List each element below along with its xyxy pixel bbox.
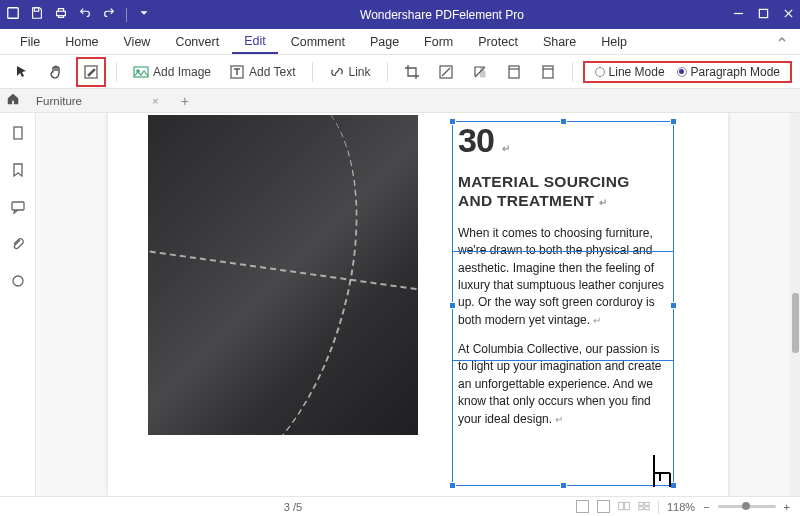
- menu-share[interactable]: Share: [531, 31, 588, 53]
- chair-icon: [648, 453, 676, 492]
- svg-rect-18: [12, 202, 24, 210]
- svg-rect-20: [619, 502, 624, 510]
- search-panel-icon[interactable]: [10, 273, 26, 292]
- bookmarks-icon[interactable]: [10, 162, 26, 181]
- qat-dropdown-icon[interactable]: [137, 6, 151, 23]
- view-single-icon[interactable]: [576, 500, 589, 513]
- add-text-button[interactable]: Add Text: [223, 60, 301, 84]
- view-facing-icon[interactable]: [618, 500, 630, 514]
- page-canvas[interactable]: 30 ↵ MATERIAL SOURCING AND TREATMENT ↵ W…: [36, 113, 800, 496]
- vertical-scrollbar[interactable]: [790, 113, 800, 496]
- paragraph-mode-label: Paragraph Mode: [691, 65, 780, 79]
- svg-rect-23: [645, 502, 650, 505]
- link-label: Link: [349, 65, 371, 79]
- new-tab-button[interactable]: +: [175, 93, 195, 109]
- edit-mode-group: Line Mode Paragraph Mode: [583, 61, 792, 83]
- line-mode-radio[interactable]: Line Mode: [595, 65, 665, 79]
- svg-line-12: [442, 68, 450, 76]
- menu-form[interactable]: Form: [412, 31, 465, 53]
- toolbar-sep: [572, 62, 573, 82]
- page-indicator[interactable]: 3 /5: [10, 501, 576, 513]
- menu-view[interactable]: View: [112, 31, 163, 53]
- title-bar: Wondershare PDFelement Pro: [0, 0, 800, 29]
- bates-tool[interactable]: <** x1="3" y1="11" x2="13" y2="11"/>: [534, 60, 562, 84]
- left-sidebar: [0, 113, 36, 496]
- document-tab[interactable]: Furniture ×: [26, 92, 169, 110]
- svg-rect-2: [57, 11, 66, 15]
- background-tool[interactable]: [466, 60, 494, 84]
- body-text-block[interactable]: When it comes to choosing furniture, we'…: [458, 225, 668, 428]
- svg-rect-4: [759, 9, 767, 17]
- toolbar-sep: [312, 62, 313, 82]
- edit-toolbar: Add Image Add Text Link <** x1="3" y1="1…: [0, 55, 800, 89]
- svg-rect-15: [543, 66, 553, 78]
- view-continuous-icon[interactable]: [597, 500, 610, 513]
- svg-rect-13: [509, 66, 519, 78]
- header-footer-tool[interactable]: [500, 60, 528, 84]
- zoom-out-button[interactable]: −: [703, 501, 709, 513]
- toolbar-sep: [387, 62, 388, 82]
- home-icon[interactable]: [6, 92, 20, 109]
- menu-comment[interactable]: Comment: [279, 31, 357, 53]
- svg-rect-22: [639, 502, 644, 505]
- paragraph-1: When it comes to choosing furniture, we'…: [458, 226, 664, 327]
- scrollbar-thumb[interactable]: [792, 293, 799, 353]
- add-text-label: Add Text: [249, 65, 295, 79]
- toolbar-sep: [116, 62, 117, 82]
- zoom-in-button[interactable]: +: [784, 501, 790, 513]
- section-heading[interactable]: MATERIAL SOURCING AND TREATMENT ↵: [458, 172, 668, 211]
- close-button[interactable]: [783, 8, 794, 22]
- maximize-button[interactable]: [758, 8, 769, 22]
- menu-convert[interactable]: Convert: [163, 31, 231, 53]
- status-bar: 3 /5 118% − +: [0, 496, 800, 516]
- line-mode-label: Line Mode: [609, 65, 665, 79]
- svg-point-19: [13, 276, 23, 286]
- menu-protect[interactable]: Protect: [466, 31, 530, 53]
- document-page: 30 ↵ MATERIAL SOURCING AND TREATMENT ↵ W…: [108, 113, 728, 496]
- link-button[interactable]: Link: [323, 60, 377, 84]
- work-area: 30 ↵ MATERIAL SOURCING AND TREATMENT ↵ W…: [0, 113, 800, 496]
- qat-divider: [126, 8, 127, 22]
- svg-rect-1: [34, 8, 38, 12]
- attachments-icon[interactable]: [10, 236, 26, 255]
- menu-edit[interactable]: Edit: [232, 30, 278, 54]
- menu-help[interactable]: Help: [589, 31, 639, 53]
- svg-rect-17: [14, 127, 22, 139]
- redo-icon[interactable]: [102, 6, 116, 23]
- print-icon[interactable]: [54, 6, 68, 23]
- edit-object-tool[interactable]: [76, 57, 106, 87]
- text-column: 30 ↵ MATERIAL SOURCING AND TREATMENT ↵ W…: [458, 121, 668, 440]
- leather-image: [148, 115, 418, 435]
- view-facing-continuous-icon[interactable]: [638, 500, 650, 514]
- menu-bar: File Home View Convert Edit Comment Page…: [0, 29, 800, 55]
- add-image-button[interactable]: Add Image: [127, 60, 217, 84]
- minimize-button[interactable]: [733, 8, 744, 22]
- zoom-value: 118%: [667, 501, 695, 513]
- menu-home[interactable]: Home: [53, 31, 110, 53]
- svg-rect-24: [639, 506, 644, 509]
- save-icon[interactable]: [30, 6, 44, 23]
- close-tab-icon[interactable]: ×: [152, 95, 159, 107]
- svg-rect-0: [8, 8, 19, 19]
- hand-tool[interactable]: [42, 60, 70, 84]
- svg-rect-25: [645, 506, 650, 509]
- menu-page[interactable]: Page: [358, 31, 411, 53]
- status-sep: [658, 500, 659, 514]
- crop-tool[interactable]: [398, 60, 426, 84]
- collapse-ribbon-icon[interactable]: [776, 34, 792, 49]
- document-tabs: Furniture × +: [0, 89, 800, 113]
- paragraph-mode-radio[interactable]: Paragraph Mode: [677, 65, 780, 79]
- app-logo-icon: [6, 6, 20, 23]
- svg-rect-21: [625, 502, 630, 510]
- undo-icon[interactable]: [78, 6, 92, 23]
- zoom-slider[interactable]: [718, 505, 776, 508]
- tab-title: Furniture: [36, 95, 82, 107]
- select-tool[interactable]: [8, 60, 36, 84]
- comments-icon[interactable]: [10, 199, 26, 218]
- thumbnails-icon[interactable]: [10, 125, 26, 144]
- menu-file[interactable]: File: [8, 31, 52, 53]
- add-image-label: Add Image: [153, 65, 211, 79]
- app-title: Wondershare PDFelement Pro: [151, 8, 733, 22]
- page-number-large[interactable]: 30 ↵: [458, 121, 668, 160]
- watermark-tool[interactable]: [432, 60, 460, 84]
